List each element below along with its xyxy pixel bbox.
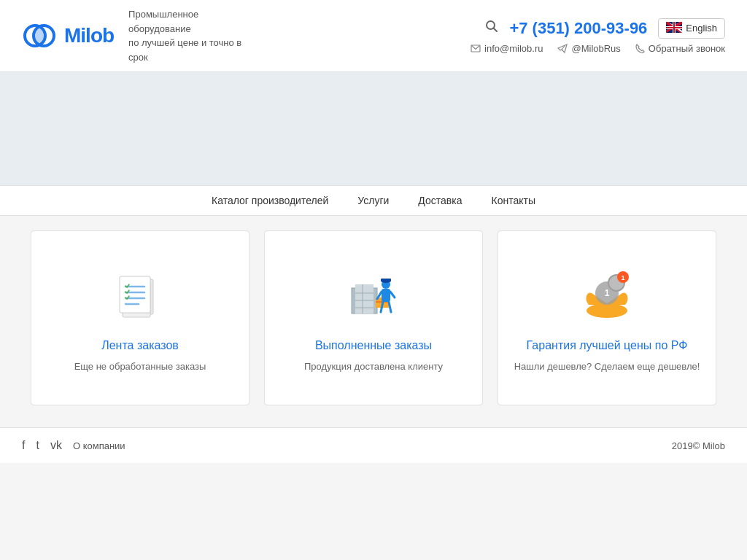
navigation: Каталог производителей Услуги Доставка К… [0, 185, 747, 216]
price-card-desc: Нашли дешевле? Сделаем еще дешевле! [514, 359, 700, 374]
orders-card-title: Лента заказов [101, 339, 179, 352]
completed-card-title: Выполненные заказы [315, 339, 432, 352]
nav-item-contacts[interactable]: Контакты [491, 195, 535, 206]
header-left: Milob Промышленное оборудование по лучше… [22, 7, 260, 64]
phone-icon [635, 44, 645, 53]
twitter-icon[interactable]: t [36, 439, 39, 452]
language-label: English [686, 23, 717, 34]
orders-card-icon [107, 262, 173, 328]
header: Milob Промышленное оборудование по лучше… [0, 0, 747, 72]
nav-item-delivery[interactable]: Доставка [418, 195, 462, 206]
svg-line-4 [494, 28, 498, 32]
language-button[interactable]: English [658, 18, 725, 39]
logo[interactable]: Milob [22, 21, 114, 50]
header-tagline: Промышленное оборудование по лучшей цене… [128, 7, 260, 64]
completed-card[interactable]: Выполненные заказы Продукция доставлена … [264, 230, 483, 405]
footer-copyright: 2019© Milob [672, 440, 725, 451]
nav-item-services[interactable]: Услуги [357, 195, 389, 206]
svg-line-38 [389, 302, 391, 312]
price-card[interactable]: 1 1 Гарантия лучшей цены по РФ Нашли деш… [498, 230, 716, 405]
nav-item-catalog[interactable]: Каталог производителей [212, 195, 328, 206]
orders-card-desc: Еще не обработанные заказы [74, 359, 206, 374]
telegram-icon [557, 44, 568, 53]
cards-section: Лента заказов Еще не обработанные заказы [0, 216, 747, 420]
email-link[interactable]: info@milob.ru [471, 43, 543, 54]
logo-text: Milob [64, 24, 114, 47]
orders-card[interactable]: Лента заказов Еще не обработанные заказы [31, 230, 249, 405]
hero-banner [0, 72, 747, 185]
svg-point-2 [34, 26, 45, 46]
svg-text:1: 1 [621, 274, 624, 281]
price-card-icon: 1 1 [574, 262, 640, 328]
svg-rect-34 [382, 289, 390, 302]
completed-card-desc: Продукция доставлена клиенту [304, 359, 443, 374]
svg-rect-19 [120, 276, 150, 313]
completed-card-icon [341, 262, 406, 328]
svg-rect-40 [381, 279, 391, 281]
flag-icon [666, 22, 682, 35]
header-right: +7 (351) 200-93-96 English [471, 18, 725, 54]
facebook-icon[interactable]: f [22, 439, 25, 452]
price-card-title: Гарантия лучшей цены по РФ [527, 339, 688, 352]
phone-number[interactable]: +7 (351) 200-93-96 [509, 19, 647, 38]
svg-line-36 [390, 292, 395, 298]
svg-text:1: 1 [605, 288, 610, 298]
header-contacts: info@milob.ru @MilobRus Обратный звонок [471, 43, 725, 54]
telegram-link[interactable]: @MilobRus [557, 43, 620, 54]
logo-icon [22, 21, 58, 50]
vkontakte-icon[interactable]: vk [50, 439, 62, 452]
email-icon [471, 44, 481, 52]
svg-point-41 [587, 303, 627, 318]
svg-rect-13 [666, 27, 682, 28]
callback-link[interactable]: Обратный звонок [635, 43, 725, 54]
footer-left: f t vk О компании [22, 439, 125, 452]
svg-rect-25 [355, 284, 374, 314]
footer: f t vk О компании 2019© Milob [0, 427, 747, 463]
header-top-row: +7 (351) 200-93-96 English [485, 18, 725, 39]
about-link[interactable]: О компании [73, 440, 125, 451]
search-icon[interactable] [485, 20, 498, 36]
